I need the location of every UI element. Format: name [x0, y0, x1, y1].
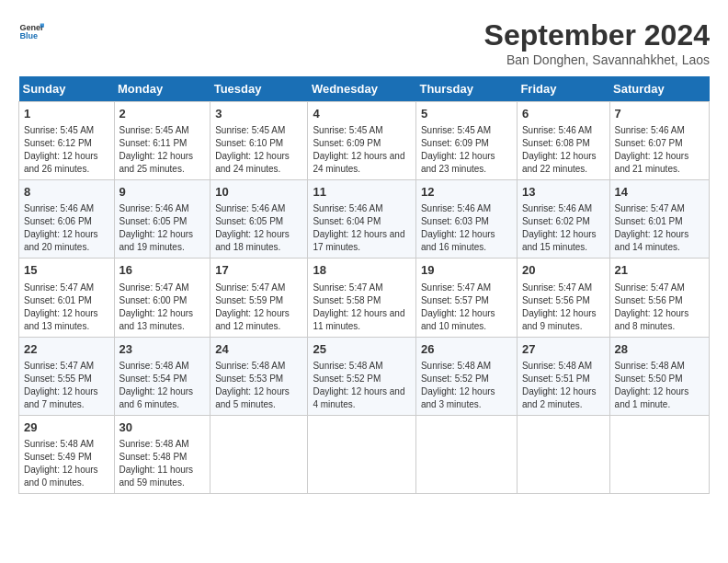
- day-number: 11: [313, 184, 411, 201]
- header-row: SundayMondayTuesdayWednesdayThursdayFrid…: [19, 76, 710, 102]
- calendar-cell: 14Sunrise: 5:47 AMSunset: 6:01 PMDayligh…: [609, 180, 709, 259]
- sunset: Sunset: 5:56 PM: [615, 295, 683, 305]
- header-sunday: Sunday: [19, 76, 115, 102]
- calendar-cell: 18Sunrise: 5:47 AMSunset: 5:58 PMDayligh…: [308, 259, 416, 337]
- page-header: General Blue September 2024 Ban Donghen,…: [18, 18, 710, 67]
- week-row-5: 29Sunrise: 5:48 AMSunset: 5:49 PMDayligh…: [19, 415, 710, 493]
- sunset: Sunset: 6:05 PM: [215, 216, 283, 226]
- sunset: Sunset: 6:06 PM: [24, 216, 92, 226]
- daylight: Daylight: 12 hours and 13 minutes.: [24, 308, 98, 331]
- week-row-2: 8Sunrise: 5:46 AMSunset: 6:06 PMDaylight…: [19, 180, 710, 259]
- page-title: September 2024: [484, 18, 710, 52]
- sunrise: Sunrise: 5:48 AM: [421, 361, 491, 371]
- day-number: 3: [215, 106, 302, 122]
- calendar-cell: 12Sunrise: 5:46 AMSunset: 6:03 PMDayligh…: [415, 180, 517, 259]
- day-number: 5: [421, 106, 512, 122]
- sunrise: Sunrise: 5:46 AM: [615, 125, 685, 135]
- calendar-cell: 1Sunrise: 5:45 AMSunset: 6:12 PMDaylight…: [19, 102, 115, 180]
- daylight: Daylight: 12 hours and 23 minutes.: [421, 151, 495, 174]
- day-number: 26: [421, 341, 512, 358]
- sunset: Sunset: 5:59 PM: [215, 295, 283, 305]
- daylight: Daylight: 12 hours and 22 minutes.: [522, 151, 597, 174]
- daylight: Daylight: 12 hours and 8 minutes.: [615, 308, 689, 331]
- sunset: Sunset: 5:55 PM: [24, 373, 92, 384]
- daylight: Daylight: 12 hours and 18 minutes.: [215, 229, 290, 252]
- header-monday: Monday: [114, 76, 210, 102]
- calendar-cell: 20Sunrise: 5:47 AMSunset: 5:56 PMDayligh…: [517, 259, 609, 337]
- sunset: Sunset: 6:07 PM: [615, 138, 683, 148]
- daylight: Daylight: 12 hours and 12 minutes.: [215, 308, 290, 331]
- day-number: 14: [615, 184, 704, 201]
- header-wednesday: Wednesday: [308, 76, 416, 102]
- day-number: 16: [119, 262, 206, 279]
- daylight: Daylight: 12 hours and 20 minutes.: [24, 229, 98, 252]
- sunrise: Sunrise: 5:48 AM: [119, 439, 189, 449]
- sunrise: Sunrise: 5:45 AM: [215, 125, 285, 135]
- calendar-cell: 3Sunrise: 5:45 AMSunset: 6:10 PMDaylight…: [210, 102, 308, 180]
- sunrise: Sunrise: 5:46 AM: [313, 203, 382, 213]
- sunset: Sunset: 6:09 PM: [421, 138, 489, 148]
- sunset: Sunset: 6:01 PM: [24, 295, 92, 305]
- sunrise: Sunrise: 5:46 AM: [421, 203, 491, 213]
- calendar-cell: 10Sunrise: 5:46 AMSunset: 6:05 PMDayligh…: [210, 180, 308, 259]
- day-number: 25: [313, 341, 411, 358]
- calendar-cell: 15Sunrise: 5:47 AMSunset: 6:01 PMDayligh…: [19, 259, 115, 337]
- calendar-cell: [415, 415, 517, 493]
- header-saturday: Saturday: [609, 76, 709, 102]
- sunset: Sunset: 6:05 PM: [119, 216, 188, 226]
- day-number: 28: [615, 341, 704, 358]
- sunrise: Sunrise: 5:48 AM: [119, 361, 189, 371]
- calendar-cell: 4Sunrise: 5:45 AMSunset: 6:09 PMDaylight…: [308, 102, 416, 180]
- daylight: Daylight: 12 hours and 14 minutes.: [615, 229, 689, 252]
- logo-icon: General Blue: [18, 18, 44, 44]
- sunrise: Sunrise: 5:47 AM: [421, 282, 491, 293]
- day-number: 19: [421, 262, 512, 279]
- sunrise: Sunrise: 5:46 AM: [215, 203, 285, 213]
- daylight: Daylight: 12 hours and 21 minutes.: [615, 151, 689, 174]
- sunset: Sunset: 5:58 PM: [313, 295, 381, 305]
- sunrise: Sunrise: 5:47 AM: [615, 282, 685, 293]
- sunset: Sunset: 6:01 PM: [615, 216, 683, 226]
- sunset: Sunset: 5:53 PM: [215, 373, 283, 384]
- sunrise: Sunrise: 5:46 AM: [522, 203, 592, 213]
- sunrise: Sunrise: 5:47 AM: [215, 282, 285, 293]
- daylight: Daylight: 12 hours and 16 minutes.: [421, 229, 495, 252]
- sunrise: Sunrise: 5:48 AM: [215, 361, 285, 371]
- header-friday: Friday: [517, 76, 609, 102]
- week-row-1: 1Sunrise: 5:45 AMSunset: 6:12 PMDaylight…: [19, 102, 710, 180]
- calendar-table: SundayMondayTuesdayWednesdayThursdayFrid…: [18, 76, 710, 494]
- sunrise: Sunrise: 5:47 AM: [615, 203, 685, 213]
- day-number: 23: [119, 341, 206, 358]
- daylight: Daylight: 12 hours and 3 minutes.: [421, 386, 495, 409]
- sunset: Sunset: 5:52 PM: [313, 373, 381, 384]
- daylight: Daylight: 12 hours and 13 minutes.: [119, 308, 194, 331]
- sunset: Sunset: 5:57 PM: [421, 295, 489, 305]
- sunset: Sunset: 6:08 PM: [522, 138, 590, 148]
- sunrise: Sunrise: 5:45 AM: [119, 125, 189, 135]
- calendar-cell: 13Sunrise: 5:46 AMSunset: 6:02 PMDayligh…: [517, 180, 609, 259]
- sunset: Sunset: 5:50 PM: [615, 373, 683, 384]
- day-number: 8: [24, 184, 109, 201]
- day-number: 21: [615, 262, 704, 279]
- header-tuesday: Tuesday: [210, 76, 308, 102]
- sunrise: Sunrise: 5:48 AM: [615, 361, 685, 371]
- week-row-4: 22Sunrise: 5:47 AMSunset: 5:55 PMDayligh…: [19, 337, 710, 415]
- day-number: 27: [522, 341, 605, 358]
- calendar-cell: 11Sunrise: 5:46 AMSunset: 6:04 PMDayligh…: [308, 180, 416, 259]
- sunrise: Sunrise: 5:47 AM: [313, 282, 382, 293]
- sunset: Sunset: 6:12 PM: [24, 138, 92, 148]
- sunrise: Sunrise: 5:46 AM: [522, 125, 592, 135]
- daylight: Daylight: 12 hours and 26 minutes.: [24, 151, 98, 174]
- calendar-cell: 19Sunrise: 5:47 AMSunset: 5:57 PMDayligh…: [415, 259, 517, 337]
- sunset: Sunset: 6:04 PM: [313, 216, 381, 226]
- sunrise: Sunrise: 5:48 AM: [24, 439, 94, 449]
- calendar-cell: 23Sunrise: 5:48 AMSunset: 5:54 PMDayligh…: [114, 337, 210, 415]
- sunset: Sunset: 6:00 PM: [119, 295, 188, 305]
- sunrise: Sunrise: 5:47 AM: [119, 282, 189, 293]
- sunset: Sunset: 6:09 PM: [313, 138, 381, 148]
- daylight: Daylight: 12 hours and 6 minutes.: [119, 386, 194, 409]
- calendar-cell: 25Sunrise: 5:48 AMSunset: 5:52 PMDayligh…: [308, 337, 416, 415]
- sunrise: Sunrise: 5:45 AM: [421, 125, 491, 135]
- day-number: 13: [522, 184, 605, 201]
- title-area: September 2024 Ban Donghen, Savannahkhet…: [484, 18, 710, 67]
